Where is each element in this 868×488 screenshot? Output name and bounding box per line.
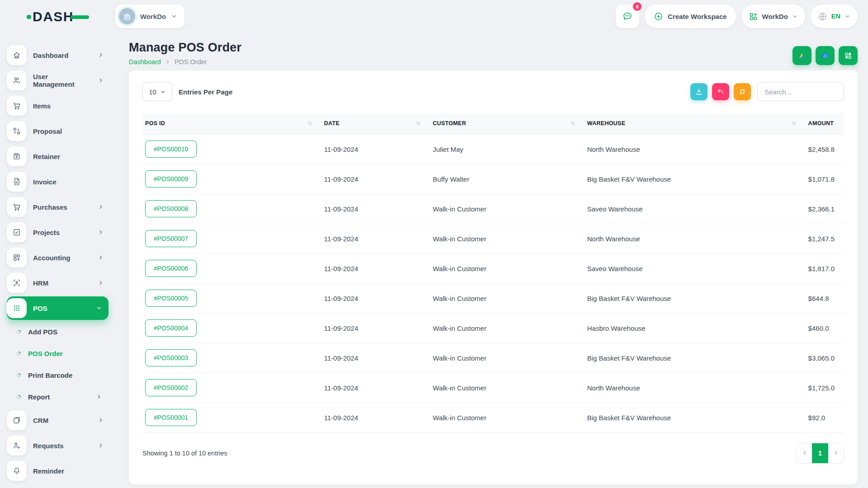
globe-icon — [818, 12, 827, 21]
sidebar-item-invoice[interactable]: Invoice — [7, 170, 108, 193]
sort-icon — [792, 120, 797, 127]
chevron-down-icon — [844, 14, 850, 19]
customer-cell: Walk-in Customer — [430, 313, 584, 343]
pos-id-link[interactable]: #POS00010 — [145, 141, 197, 158]
grid-view-button[interactable] — [839, 46, 858, 65]
pos-id-link[interactable]: #POS00003 — [145, 349, 197, 366]
previous-page-button[interactable] — [797, 443, 812, 463]
pos-id-link[interactable]: #POS00005 — [145, 290, 197, 307]
chevron-down-icon — [792, 14, 798, 19]
undo-icon — [717, 88, 725, 96]
date-cell: 11-09-2024 — [321, 194, 430, 224]
sidebar-item-purchases[interactable]: Purchases — [7, 195, 108, 219]
sidebar-item-accounting[interactable]: Accounting — [7, 246, 108, 269]
pagination: 1 — [796, 443, 844, 464]
crm-icon — [7, 410, 27, 430]
pos-id-link[interactable]: #POS00008 — [145, 200, 197, 217]
customer-cell: Buffy Walter — [430, 164, 584, 194]
create-workspace-button[interactable]: Create Workspace — [645, 5, 736, 28]
sidebar-item-hrm[interactable]: HRM — [7, 271, 108, 295]
submenu-item-report[interactable]: Report — [7, 387, 108, 407]
sidebar-item-pos[interactable]: POS — [7, 296, 108, 320]
table-row: #POS00006 11-09-2024 Walk-in Customer Sa… — [142, 253, 844, 283]
pos-id-link[interactable]: #POS00002 — [145, 379, 197, 396]
sidebar: Dashboard User Management Items Proposal… — [0, 33, 115, 488]
sort-icon — [307, 120, 312, 127]
brand-logo[interactable]: DASH — [0, 7, 115, 25]
date-cell: 11-09-2024 — [321, 253, 430, 283]
workspace-avatar — [119, 8, 135, 24]
date-cell: 11-09-2024 — [321, 224, 430, 253]
date-cell: 11-09-2024 — [321, 134, 430, 164]
main-content: Manage POS Order Dashboard POS Order — [115, 33, 868, 484]
warehouse-cell: Big Basket F&V Warehouse — [585, 283, 806, 313]
language-selector[interactable]: EN — [811, 5, 858, 28]
svg-text:DASH: DASH — [33, 9, 74, 24]
showing-entries-text: Showing 1 to 10 of 10 entries — [142, 450, 227, 457]
sidebar-item-crm[interactable]: CRM — [7, 408, 108, 432]
sort-icon — [571, 120, 576, 127]
table-row: #POS00002 11-09-2024 Walk-in Customer No… — [142, 373, 844, 403]
submenu-item-add-pos[interactable]: Add POS — [7, 322, 108, 342]
workdo-menu-label: WorkDo — [762, 13, 788, 20]
workspace-selector[interactable]: WorkDo — [115, 5, 184, 28]
google-drive-export-button[interactable] — [793, 46, 811, 65]
table-row: #POS00005 11-09-2024 Walk-in Customer Bi… — [142, 283, 844, 313]
submenu-item-pos-order[interactable]: POS Order — [7, 343, 108, 363]
warehouse-cell: Hasbro Warehouse — [585, 313, 806, 343]
plus-circle-icon — [654, 12, 663, 21]
sidebar-item-retainer[interactable]: Retainer — [7, 145, 108, 168]
next-page-button[interactable] — [828, 443, 844, 463]
sidebar-item-user-management[interactable]: User Management — [7, 69, 108, 92]
submenu-item-print-barcode[interactable]: Print Barcode — [7, 365, 108, 385]
pos-id-link[interactable]: #POS00007 — [145, 230, 197, 247]
apps-grid-icon — [749, 12, 758, 21]
projects-icon — [7, 222, 27, 242]
sidebar-item-reminder[interactable]: Reminder — [7, 459, 108, 483]
undo-button[interactable] — [712, 83, 729, 100]
amount-cell: $1,725.0 — [806, 373, 844, 403]
workspace-name: WorkDo — [140, 13, 166, 20]
pos-id-link[interactable]: #POS00004 — [145, 319, 197, 337]
onedrive-export-button[interactable] — [816, 46, 835, 65]
amount-cell: $2,366.1 — [806, 194, 844, 224]
entries-per-page-value: 10 — [149, 88, 156, 96]
pos-id-link[interactable]: #POS00009 — [145, 170, 197, 188]
amount-cell: $3,065.0 — [806, 343, 844, 373]
export-button[interactable] — [690, 83, 708, 100]
column-header-date[interactable]: DATE — [321, 113, 430, 134]
warehouse-cell: Saveo Warehouse — [585, 194, 806, 224]
column-header-pos-id[interactable]: POS ID — [142, 113, 321, 134]
page-number-button[interactable]: 1 — [812, 443, 828, 463]
sidebar-item-projects[interactable]: Projects — [7, 221, 108, 244]
messages-button[interactable]: 0 — [616, 5, 639, 28]
table-row: #POS00004 11-09-2024 Walk-in Customer Ha… — [142, 313, 844, 343]
pos-id-link[interactable]: #POS00001 — [145, 409, 197, 426]
purchases-cart-icon — [7, 197, 27, 217]
breadcrumb-dashboard-link[interactable]: Dashboard — [129, 58, 161, 66]
sidebar-item-requests[interactable]: Requests — [7, 434, 108, 457]
column-header-amount[interactable]: AMOUNT — [806, 113, 844, 134]
column-header-customer[interactable]: CUSTOMER — [430, 113, 584, 134]
chevron-right-icon — [98, 442, 104, 449]
column-header-warehouse[interactable]: WAREHOUSE — [585, 113, 806, 134]
date-cell: 11-09-2024 — [321, 283, 430, 313]
pos-table-body: #POS00010 11-09-2024 Juliet May North Wa… — [142, 134, 844, 432]
sidebar-item-proposal[interactable]: Proposal — [7, 119, 108, 143]
sidebar-item-items[interactable]: Items — [7, 94, 108, 117]
pos-id-link[interactable]: #POS00006 — [145, 260, 197, 277]
cart-icon — [7, 96, 27, 116]
workdo-apps-menu[interactable]: WorkDo — [741, 5, 805, 28]
customer-cell: Walk-in Customer — [430, 253, 584, 283]
pos-grid-icon — [7, 298, 27, 318]
bullet-icon — [16, 329, 22, 335]
warehouse-cell: Big Basket F&V Warehouse — [585, 164, 806, 194]
refresh-button[interactable] — [734, 83, 751, 100]
chevron-right-icon — [98, 52, 104, 58]
chevron-left-icon — [802, 450, 807, 456]
table-row: #POS00010 11-09-2024 Juliet May North Wa… — [142, 134, 844, 164]
search-input[interactable] — [757, 82, 844, 101]
sidebar-item-dashboard[interactable]: Dashboard — [7, 43, 108, 67]
entries-per-page-select[interactable]: 10 — [142, 82, 172, 101]
date-cell: 11-09-2024 — [321, 313, 430, 343]
